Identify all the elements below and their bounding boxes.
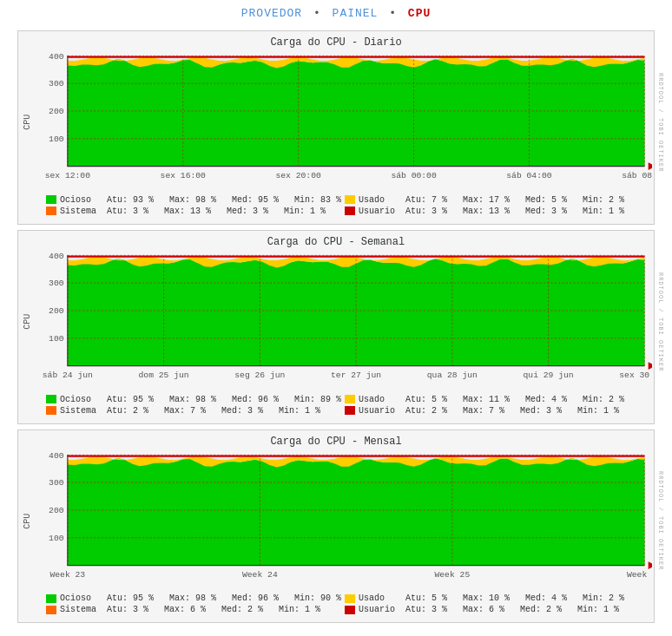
legend-color-usuario: [345, 207, 355, 215]
dot2: •: [389, 7, 397, 20]
legend-name-sistema: Sistema: [60, 605, 103, 614]
legend-color-usuario: [345, 406, 355, 415]
svg-text:sáb 04:00: sáb 04:00: [506, 171, 552, 180]
svg-text:sex 20:00: sex 20:00: [275, 171, 321, 180]
legend-item-ocioso: OciosoAtu: 95 % Max: 98 % Med: 96 % Min:…: [46, 593, 345, 604]
side-label-mensal: RRDTOOL / TOBI OETIKER: [657, 451, 664, 592]
legend-stats-sistema: Atu: 3 % Max: 6 % Med: 2 % Min: 1 %: [107, 605, 320, 614]
legend-item-sistema: SistemaAtu: 3 % Max: 6 % Med: 2 % Min: 1…: [46, 604, 345, 615]
legend-semanal: OciosoAtu: 95 % Max: 98 % Med: 96 % Min:…: [20, 392, 652, 420]
legend-item-usado: UsadoAtu: 5 % Max: 11 % Med: 4 % Min: 2 …: [345, 394, 643, 405]
svg-text:100: 100: [49, 334, 64, 344]
legend-item-ocioso: OciosoAtu: 93 % Max: 98 % Med: 95 % Min:…: [46, 194, 345, 206]
legend-name-sistema: Sistema: [60, 406, 103, 416]
legend-name-usuario: Usuario: [359, 207, 402, 216]
svg-text:Week 23: Week 23: [49, 569, 85, 579]
svg-marker-54: [649, 362, 652, 370]
legend-color-usado: [345, 195, 355, 204]
legend-item-sistema: SistemaAtu: 2 % Max: 7 % Med: 3 % Min: 1…: [46, 405, 345, 416]
legend-stats-usado: Atu: 7 % Max: 17 % Med: 5 % Min: 2 %: [405, 195, 624, 205]
chart-title-mensal: Carga do CPU - Mensal: [20, 434, 652, 451]
svg-text:400: 400: [49, 52, 64, 62]
y-label-mensal: CPU: [20, 451, 34, 592]
legend-color-sistema: [46, 606, 56, 614]
y-label-semanal: CPU: [20, 252, 34, 392]
svg-text:300: 300: [49, 478, 64, 488]
legend-item-sistema: SistemaAtu: 3 % Max: 13 % Med: 3 % Min: …: [46, 206, 345, 217]
legend-item-usado: UsadoAtu: 7 % Max: 17 % Med: 5 % Min: 2 …: [345, 194, 643, 206]
legend-stats-ocioso: Atu: 95 % Max: 98 % Med: 96 % Min: 89 %: [107, 395, 341, 404]
svg-text:Week 24: Week 24: [242, 569, 278, 579]
legend-stats-usuario: Atu: 2 % Max: 7 % Med: 3 % Min: 1 %: [405, 406, 619, 416]
legend-color-sistema: [46, 207, 56, 215]
legend-name-ocioso: Ocioso: [60, 195, 103, 205]
legend-stats-usado: Atu: 5 % Max: 10 % Med: 4 % Min: 2 %: [405, 593, 624, 603]
svg-text:qui 29 jun: qui 29 jun: [524, 370, 574, 379]
svg-marker-58: [68, 458, 645, 566]
legend-name-ocioso: Ocioso: [60, 593, 103, 603]
svg-text:dom 25 jun: dom 25 jun: [139, 370, 189, 379]
breadcrumb-provedor[interactable]: PROVEDOR: [241, 7, 302, 20]
chart-inner-mensal: 100200300400Week 23Week 24Week 25Week 26…: [34, 451, 652, 592]
legend-diario: OciosoAtu: 93 % Max: 98 % Med: 95 % Min:…: [20, 193, 652, 220]
svg-text:sex 30 jun: sex 30 jun: [619, 370, 652, 379]
chart-inner-diario: 100200300400sex 12:00sex 16:00sex 20:00s…: [34, 52, 652, 193]
svg-text:100: 100: [49, 134, 64, 144]
svg-text:sáb 08:00: sáb 08:00: [622, 171, 652, 180]
legend-name-usado: Usado: [359, 195, 402, 205]
charts-wrapper: Carga do CPU - DiarioCPU100200300400sex …: [0, 30, 672, 623]
svg-text:200: 200: [49, 306, 64, 316]
svg-text:300: 300: [49, 79, 64, 89]
legend-stats-sistema: Atu: 2 % Max: 7 % Med: 3 % Min: 1 %: [107, 406, 320, 416]
svg-text:sáb 00:00: sáb 00:00: [391, 171, 437, 180]
legend-color-ocioso: [46, 594, 56, 603]
legend-stats-usado: Atu: 5 % Max: 11 % Med: 4 % Min: 2 %: [405, 395, 624, 404]
svg-text:ter 27 jun: ter 27 jun: [331, 370, 381, 379]
chart-title-diario: Carga do CPU - Diario: [20, 35, 652, 52]
legend-name-usuario: Usuario: [359, 605, 402, 614]
side-label-diario: RRDTOOL / TOBI OETIKER: [657, 52, 664, 193]
chart-diario: Carga do CPU - DiarioCPU100200300400sex …: [17, 30, 655, 225]
legend-item-usuario: UsuarioAtu: 3 % Max: 6 % Med: 2 % Min: 1…: [345, 604, 643, 615]
legend-stats-sistema: Atu: 3 % Max: 13 % Med: 3 % Min: 1 %: [107, 207, 326, 216]
svg-text:sex 12:00: sex 12:00: [45, 171, 91, 180]
legend-item-usuario: UsuarioAtu: 2 % Max: 7 % Med: 3 % Min: 1…: [345, 405, 643, 416]
svg-text:400: 400: [49, 252, 64, 261]
svg-text:sex 16:00: sex 16:00: [161, 171, 207, 180]
svg-text:200: 200: [49, 506, 64, 515]
svg-marker-2: [68, 59, 645, 167]
legend-color-usado: [345, 395, 355, 403]
legend-color-ocioso: [46, 195, 56, 204]
legend-item-ocioso: OciosoAtu: 95 % Max: 98 % Med: 96 % Min:…: [46, 394, 345, 405]
chart-title-semanal: Carga do CPU - Semanal: [20, 234, 652, 252]
breadcrumb-painel[interactable]: PAINEL: [333, 7, 379, 20]
legend-item-usado: UsadoAtu: 5 % Max: 10 % Med: 4 % Min: 2 …: [345, 593, 643, 604]
legend-color-usuario: [345, 606, 355, 614]
svg-text:sáb 24 jun: sáb 24 jun: [43, 370, 93, 379]
chart-semanal: Carga do CPU - SemanalCPU100200300400sáb…: [17, 230, 655, 424]
svg-marker-77: [649, 561, 652, 569]
svg-text:Week 26: Week 26: [627, 569, 652, 579]
legend-stats-ocioso: Atu: 93 % Max: 98 % Med: 95 % Min: 83 %: [107, 195, 341, 205]
y-label-diario: CPU: [20, 52, 34, 193]
breadcrumb-cpu: CPU: [408, 7, 431, 20]
legend-stats-ocioso: Atu: 95 % Max: 98 % Med: 96 % Min: 90 %: [107, 593, 341, 603]
legend-stats-usuario: Atu: 3 % Max: 6 % Med: 2 % Min: 1 %: [405, 605, 619, 614]
chart-inner-semanal: 100200300400sáb 24 jundom 25 junseg 26 j…: [34, 252, 652, 392]
legend-name-sistema: Sistema: [60, 207, 103, 216]
legend-color-usado: [345, 594, 355, 603]
svg-text:200: 200: [49, 107, 64, 116]
legend-name-usuario: Usuario: [359, 406, 402, 416]
svg-text:300: 300: [49, 279, 64, 288]
legend-name-usado: Usado: [359, 395, 402, 404]
legend-item-usuario: UsuarioAtu: 3 % Max: 13 % Med: 3 % Min: …: [345, 206, 643, 217]
svg-text:Week 25: Week 25: [435, 569, 471, 579]
legend-mensal: OciosoAtu: 95 % Max: 98 % Med: 96 % Min:…: [20, 591, 652, 619]
legend-stats-usuario: Atu: 3 % Max: 13 % Med: 3 % Min: 1 %: [405, 207, 624, 216]
legend-name-usado: Usado: [359, 593, 402, 603]
legend-color-ocioso: [46, 395, 56, 403]
legend-name-ocioso: Ocioso: [60, 395, 103, 404]
svg-marker-25: [649, 162, 652, 170]
legend-color-sistema: [46, 406, 56, 415]
svg-text:100: 100: [49, 534, 64, 543]
